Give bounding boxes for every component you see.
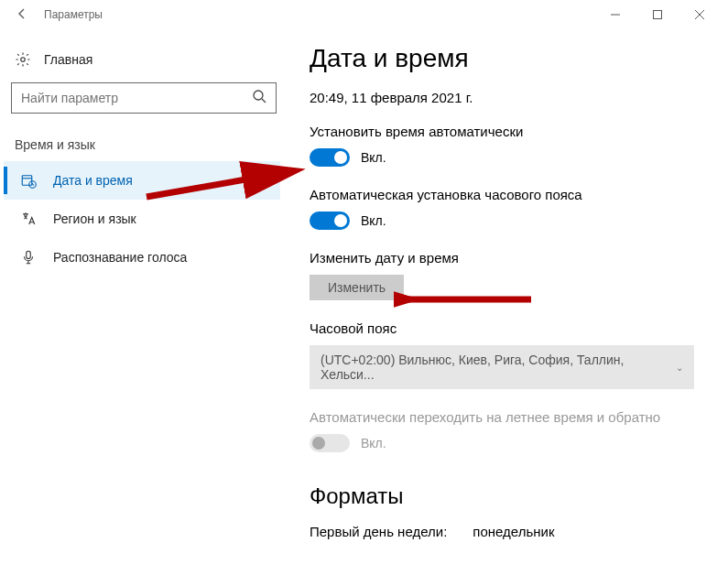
calendar-clock-icon bbox=[20, 172, 37, 189]
auto-tz-label: Автоматическая установка часового пояса bbox=[310, 187, 702, 202]
current-datetime: 20:49, 11 февраля 2021 г. bbox=[310, 90, 702, 105]
home-label: Главная bbox=[44, 52, 92, 67]
microphone-icon bbox=[20, 249, 37, 266]
sidebar-item-datetime[interactable]: Дата и время bbox=[4, 161, 280, 200]
dst-toggle bbox=[310, 434, 350, 452]
change-datetime-label: Изменить дату и время bbox=[310, 250, 702, 266]
svg-rect-7 bbox=[22, 176, 32, 186]
main-panel: Дата и время 20:49, 11 февраля 2021 г. У… bbox=[284, 29, 728, 575]
svg-point-5 bbox=[254, 91, 263, 100]
titlebar: Параметры bbox=[0, 0, 728, 29]
sidebar-section-label: Время и язык bbox=[15, 137, 280, 152]
home-nav[interactable]: Главная bbox=[4, 44, 280, 75]
gear-icon bbox=[15, 51, 31, 68]
minimize-button[interactable] bbox=[594, 0, 636, 29]
first-day-row: Первый день недели: понедельник bbox=[310, 524, 702, 539]
page-title: Дата и время bbox=[310, 44, 702, 73]
auto-tz-state: Вкл. bbox=[361, 213, 386, 228]
svg-rect-12 bbox=[27, 251, 31, 258]
svg-line-6 bbox=[262, 99, 266, 103]
auto-tz-toggle[interactable] bbox=[310, 212, 350, 230]
language-icon bbox=[20, 211, 37, 227]
auto-time-state: Вкл. bbox=[361, 150, 386, 165]
dst-state: Вкл. bbox=[361, 436, 386, 450]
sidebar-item-label: Дата и время bbox=[53, 173, 133, 188]
search-input[interactable] bbox=[21, 91, 252, 105]
timezone-label: Часовой пояс bbox=[310, 320, 702, 336]
svg-point-4 bbox=[21, 58, 26, 62]
formats-title: Форматы bbox=[310, 483, 702, 509]
change-button[interactable]: Изменить bbox=[310, 275, 404, 300]
back-button[interactable] bbox=[7, 7, 37, 23]
search-icon bbox=[252, 89, 266, 107]
sidebar-item-region[interactable]: Регион и язык bbox=[4, 200, 280, 238]
auto-time-label: Установить время автоматически bbox=[310, 124, 702, 139]
sidebar-item-label: Регион и язык bbox=[53, 212, 136, 226]
sidebar-item-speech[interactable]: Распознавание голоса bbox=[4, 238, 280, 277]
timezone-value: (UTC+02:00) Вильнюс, Киев, Рига, София, … bbox=[321, 353, 676, 382]
maximize-button[interactable] bbox=[636, 0, 679, 29]
search-input-wrapper[interactable] bbox=[11, 82, 277, 114]
close-button[interactable] bbox=[679, 0, 721, 29]
sidebar: Главная Время и язык Дата и время Регион… bbox=[0, 29, 284, 575]
auto-time-toggle[interactable] bbox=[310, 148, 350, 167]
first-day-label: Первый день недели: bbox=[310, 524, 447, 539]
svg-line-11 bbox=[33, 185, 35, 186]
svg-rect-1 bbox=[654, 11, 662, 19]
sidebar-item-label: Распознавание голоса bbox=[53, 250, 187, 265]
first-day-value: понедельник bbox=[473, 524, 554, 539]
window-title: Параметры bbox=[44, 8, 103, 21]
timezone-dropdown[interactable]: (UTC+02:00) Вильнюс, Киев, Рига, София, … bbox=[310, 345, 694, 389]
chevron-down-icon: ⌄ bbox=[676, 363, 683, 373]
dst-label: Автоматически переходить на летнее время… bbox=[310, 409, 702, 425]
